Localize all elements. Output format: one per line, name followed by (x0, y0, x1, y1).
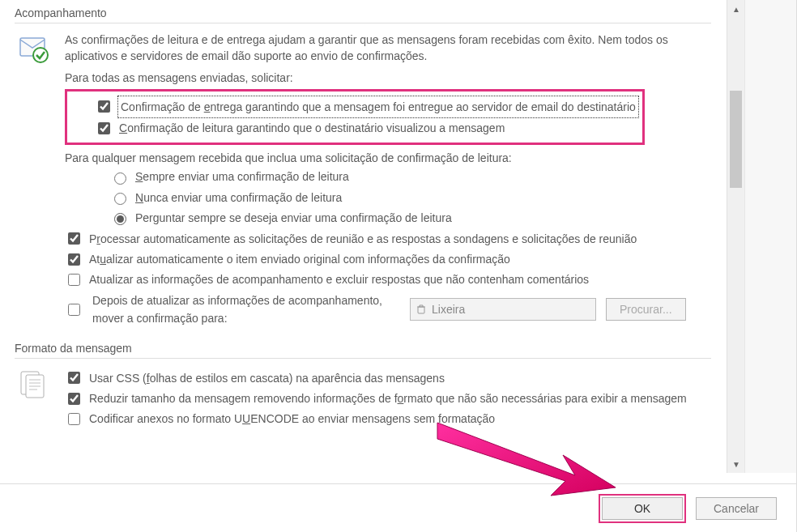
move-receipt-label[interactable]: Depois de atualizar as informações de ac… (92, 292, 400, 328)
cancel-button[interactable]: Cancelar (696, 497, 777, 520)
update-exclude-row: Atualizar as informações de acompanhamen… (65, 270, 711, 288)
options-dialog: Acompanhamento As confirmações de leitur… (0, 0, 797, 532)
radio-never-label[interactable]: Nunca enviar uma confirmação de leitura (135, 189, 342, 206)
checkbox-update-original[interactable] (68, 253, 80, 266)
radio-always-row: Sempre enviar uma confirmação de leitura (65, 168, 711, 185)
scroll-down-button[interactable]: ▼ (727, 455, 745, 473)
update-exclude-label[interactable]: Atualizar as informações de acompanhamen… (89, 270, 589, 288)
update-original-label[interactable]: Atualizar automaticamente o item enviado… (89, 250, 510, 268)
vertical-scrollbar[interactable]: ▲ ▼ (727, 0, 744, 473)
read-receipt-label[interactable]: Confirmação de leitura garantindo que o … (119, 119, 505, 137)
annotation-highlight-box: Confirmação de entrega garantindo que a … (65, 89, 645, 146)
process-auto-label[interactable]: Processar automaticamente as solicitaçõe… (89, 230, 637, 248)
checkbox-read-receipt[interactable] (98, 122, 110, 134)
window-margin (744, 0, 796, 473)
svg-rect-2 (418, 307, 424, 313)
radio-never-send[interactable] (114, 193, 126, 205)
use-css-row: Usar CSS (folhas de estilos em cascata) … (65, 369, 711, 387)
use-css-label[interactable]: Usar CSS (folhas de estilos em cascata) … (89, 369, 445, 387)
divider (15, 358, 711, 359)
format-icon (18, 367, 53, 431)
scroll-up-button[interactable]: ▲ (727, 0, 745, 18)
radio-ask-label[interactable]: Perguntar sempre se deseja enviar uma co… (135, 209, 452, 227)
delivery-receipt-row: Confirmação de entrega garantindo que a … (72, 97, 637, 117)
tracking-description: As confirmações de leitura e de entrega … (65, 32, 680, 65)
checkbox-process-auto[interactable] (68, 232, 80, 245)
browse-button: Procurar... (606, 298, 686, 321)
radio-ask-each-time[interactable] (114, 213, 126, 225)
for-received-label: Para qualquer mensagem recebida que incl… (65, 151, 711, 164)
uuencode-label[interactable]: Codificar anexos no formato UUENCODE ao … (89, 410, 495, 428)
reduce-size-row: Reduzir tamanho da mensagem removendo in… (65, 389, 711, 407)
tracking-icon (18, 32, 53, 330)
scroll-thumb[interactable] (730, 91, 742, 188)
checkbox-use-css[interactable] (68, 372, 80, 384)
radio-always-send[interactable] (114, 172, 126, 185)
checkbox-reduce-size[interactable] (68, 393, 80, 405)
delivery-receipt-label[interactable]: Confirmação de entrega garantindo que a … (119, 97, 637, 117)
process-auto-row: Processar automaticamente as solicitaçõe… (65, 230, 711, 248)
radio-never-row: Nunca enviar uma confirmação de leitura (65, 189, 711, 206)
dialog-button-bar: OK Cancelar (0, 483, 796, 532)
move-folder-combo: Lixeira (410, 298, 596, 321)
request-all-label: Para todas as mensagens enviadas, solici… (65, 71, 711, 84)
section-format-body: Usar CSS (folhas de estilos em cascata) … (15, 367, 711, 431)
section-tracking-body: As confirmações de leitura e de entrega … (15, 32, 711, 330)
update-original-row: Atualizar automaticamente o item enviado… (65, 250, 711, 268)
move-receipt-row: Depois de atualizar as informações de ac… (65, 292, 711, 328)
move-folder-value: Lixeira (432, 300, 465, 318)
read-receipt-row: Confirmação de leitura garantindo que o … (72, 119, 637, 137)
reduce-size-label[interactable]: Reduzir tamanho da mensagem removendo in… (89, 389, 687, 407)
section-tracking-title: Acompanhamento (15, 6, 711, 19)
trash-icon (416, 304, 427, 315)
ok-button[interactable]: OK (602, 497, 683, 520)
checkbox-update-exclude[interactable] (68, 274, 80, 286)
divider (15, 23, 711, 23)
svg-point-1 (33, 48, 48, 62)
checkbox-uuencode[interactable] (68, 413, 80, 425)
options-scroll-pane: Acompanhamento As confirmações de leitur… (0, 0, 726, 473)
section-format-title: Formato da mensagem (15, 342, 711, 355)
annotation-ok-highlight: OK (599, 494, 686, 523)
radio-always-label[interactable]: Sempre enviar uma confirmação de leitura (135, 168, 349, 185)
radio-ask-row: Perguntar sempre se deseja enviar uma co… (65, 209, 711, 227)
uuencode-row: Codificar anexos no formato UUENCODE ao … (65, 410, 711, 428)
scroll-track[interactable] (727, 18, 744, 455)
checkbox-move-receipt[interactable] (68, 304, 80, 316)
checkbox-delivery-receipt[interactable] (98, 100, 110, 113)
